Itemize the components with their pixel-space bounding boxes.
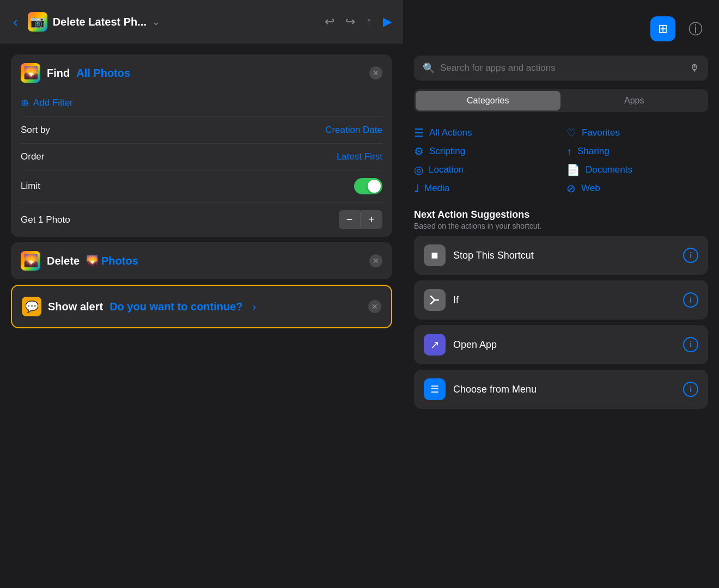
right-panel: ⊞ ⓘ 🔍 🎙 Categories Apps ☰ All Actions ♡ … (403, 0, 719, 588)
suggestions-header: Next Action Suggestions Based on the act… (414, 209, 708, 230)
mic-icon[interactable]: 🎙 (690, 63, 699, 74)
toggle-knob (368, 180, 381, 193)
sort-by-label: Sort by (21, 125, 50, 136)
category-media[interactable]: ♩ Media (414, 182, 556, 195)
info-panel-button[interactable]: ⓘ (683, 16, 708, 41)
suggestion-if[interactable]: If i (414, 280, 708, 320)
delete-photos-icon: 🌄 (21, 251, 40, 271)
if-icon (424, 289, 446, 311)
delete-photos-header: 🌄 Delete 🌄 Photos ✕ (11, 242, 392, 279)
category-documents[interactable]: 📄 Documents (566, 163, 708, 176)
undo-button[interactable]: ↩ (325, 15, 334, 29)
if-label: If (453, 295, 675, 306)
all-actions-icon: ☰ (414, 126, 424, 139)
category-sharing[interactable]: ↑ Sharing (566, 145, 708, 158)
favorites-label: Favorites (582, 127, 620, 138)
sharing-icon: ↑ (566, 145, 572, 158)
photos-mini-icon: 🌄 (86, 255, 98, 267)
toggle-switch[interactable] (354, 178, 382, 194)
delete-card-close[interactable]: ✕ (369, 254, 382, 267)
dropdown-button[interactable]: ⌄ (152, 16, 160, 28)
top-bar: ‹ 📷 Delete Latest Ph... ⌄ ↩ ↪ ↑ ▶ (0, 0, 403, 44)
grid-icon: ⊞ (658, 22, 668, 36)
search-input[interactable] (440, 63, 684, 74)
tab-categories[interactable]: Categories (416, 91, 560, 111)
back-button[interactable]: ‹ (11, 11, 20, 33)
media-icon: ♩ (414, 182, 419, 195)
category-location[interactable]: ◎ Location (414, 163, 556, 176)
order-row[interactable]: Order Latest First (11, 144, 392, 170)
stop-shortcut-info-button[interactable]: i (683, 248, 698, 263)
share-button[interactable]: ↑ (366, 15, 372, 29)
suggestion-choose-from-menu[interactable]: ☰ Choose from Menu i (414, 370, 708, 409)
suggestion-stop-shortcut[interactable]: ■ Stop This Shortcut i (414, 236, 708, 275)
title-area: 📷 Delete Latest Ph... ⌄ (28, 12, 317, 32)
play-button[interactable]: ▶ (383, 15, 392, 29)
location-label: Location (429, 164, 464, 175)
find-photos-header: 🌄 Find All Photos ✕ (11, 54, 392, 91)
add-filter-label: Add Filter (33, 97, 73, 108)
sort-by-row[interactable]: Sort by Creation Date (11, 117, 392, 143)
documents-icon: 📄 (566, 163, 580, 176)
get-photo-row: Get 1 Photo − + (11, 203, 392, 237)
shortcut-title: Delete Latest Ph... (53, 16, 147, 28)
delete-photos-text: Photos (101, 255, 138, 267)
choose-from-menu-icon: ☰ (424, 378, 446, 400)
alert-icon: 💬 (22, 297, 41, 316)
media-label: Media (424, 183, 449, 194)
open-app-info-button[interactable]: i (683, 337, 698, 352)
order-value[interactable]: Latest First (337, 151, 382, 162)
if-info-button[interactable]: i (683, 292, 698, 308)
find-card-close[interactable]: ✕ (369, 66, 382, 79)
category-all-actions[interactable]: ☰ All Actions (414, 126, 556, 139)
menu-icon-glyph: ☰ (430, 383, 439, 395)
find-label: Find (47, 67, 70, 79)
left-panel: ‹ 📷 Delete Latest Ph... ⌄ ↩ ↪ ↑ ▶ 🌄 Find… (0, 0, 403, 588)
find-photos-card: 🌄 Find All Photos ✕ ⊕ Add Filter Sort by… (11, 54, 392, 237)
location-icon: ◎ (414, 163, 423, 176)
get-photo-label: Get 1 Photo (21, 215, 70, 225)
category-scripting[interactable]: ⚙ Scripting (414, 145, 556, 158)
choose-from-menu-label: Choose from Menu (453, 384, 675, 395)
if-icon-svg (429, 294, 441, 306)
alert-card-close[interactable]: ✕ (368, 300, 381, 313)
sort-by-value[interactable]: Creation Date (325, 125, 382, 136)
alert-question[interactable]: Do you want to continue? (109, 301, 242, 313)
toolbar-icons: ↩ ↪ ↑ ▶ (325, 15, 392, 29)
show-alert-card: 💬 Show alert Do you want to continue? › … (11, 285, 392, 328)
redo-button[interactable]: ↪ (345, 15, 355, 29)
shortcut-icon: 📷 (28, 12, 47, 32)
delete-label: Delete (47, 255, 80, 267)
grid-view-button[interactable]: ⊞ (650, 16, 675, 41)
search-icon: 🔍 (423, 62, 435, 74)
add-filter-button[interactable]: ⊕ Add Filter (11, 91, 392, 117)
favorites-icon: ♡ (566, 126, 576, 139)
open-app-icon: ↗ (424, 334, 446, 356)
stepper-plus[interactable]: + (361, 210, 382, 229)
sharing-label: Sharing (577, 146, 610, 157)
category-web[interactable]: ⊘ Web (566, 182, 708, 195)
delete-photos-card: 🌄 Delete 🌄 Photos ✕ (11, 242, 392, 279)
suggestion-open-app[interactable]: ↗ Open App i (414, 325, 708, 364)
stop-shortcut-icon: ■ (424, 244, 446, 266)
stepper-minus[interactable]: − (339, 210, 361, 229)
choose-from-menu-info-button[interactable]: i (683, 382, 698, 397)
all-photos-label[interactable]: All Photos (76, 67, 130, 79)
alert-label: Show alert (48, 301, 103, 313)
scripting-label: Scripting (429, 146, 465, 157)
order-label: Order (21, 151, 44, 162)
suggestions-title: Next Action Suggestions (414, 209, 708, 220)
tab-apps[interactable]: Apps (562, 91, 707, 111)
search-bar[interactable]: 🔍 🎙 (414, 56, 708, 81)
open-app-label: Open App (453, 339, 675, 351)
category-favorites[interactable]: ♡ Favorites (566, 126, 708, 139)
web-icon: ⊘ (566, 182, 576, 195)
panel-header-icons: ⊞ ⓘ (414, 11, 708, 47)
add-filter-icon: ⊕ (21, 97, 29, 109)
delete-photos-label[interactable]: 🌄 Photos (86, 255, 138, 267)
all-actions-label: All Actions (429, 127, 472, 138)
photo-stepper[interactable]: − + (339, 210, 382, 229)
alert-chevron-icon[interactable]: › (253, 301, 257, 313)
alert-header: 💬 Show alert Do you want to continue? › … (12, 286, 391, 327)
limit-toggle[interactable] (354, 178, 382, 194)
